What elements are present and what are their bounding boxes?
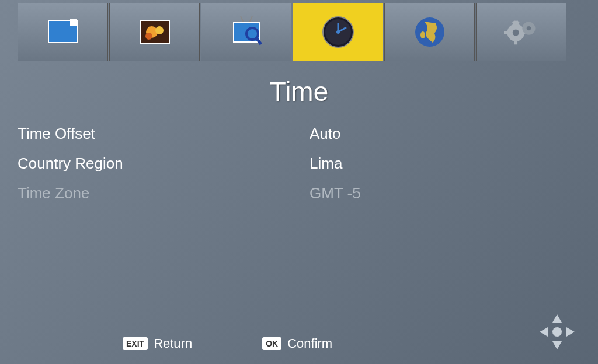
hint-return-label: Return <box>154 336 192 351</box>
hint-confirm: OK Confirm <box>262 336 332 351</box>
setting-value: Lima <box>310 155 580 173</box>
settings-list: Time Offset Auto Country Region Lima Tim… <box>0 107 598 202</box>
nav-item-settings[interactable] <box>476 3 566 61</box>
picture-icon <box>46 15 81 50</box>
exit-key-badge: EXIT <box>123 337 148 350</box>
setting-row-country-region[interactable]: Country Region Lima <box>18 155 580 173</box>
tv-search-icon <box>229 15 264 50</box>
nav-item-media[interactable] <box>109 3 200 61</box>
svg-point-4 <box>155 26 164 34</box>
hint-confirm-label: Confirm <box>287 336 332 351</box>
clock-icon <box>321 15 356 50</box>
svg-line-6 <box>241 16 244 22</box>
setting-value: GMT -5 <box>310 184 580 202</box>
setting-row-time-zone: Time Zone GMT -5 <box>18 184 580 202</box>
ok-key-badge: OK <box>262 337 281 350</box>
svg-point-15 <box>336 30 340 34</box>
bottom-bar: EXIT Return OK Confirm <box>0 329 598 358</box>
svg-point-19 <box>512 29 519 36</box>
svg-line-7 <box>249 16 252 22</box>
setting-label: Country Region <box>18 155 310 173</box>
setting-value: Auto <box>310 125 580 143</box>
nav-item-picture[interactable] <box>18 3 108 61</box>
svg-rect-21 <box>514 40 517 44</box>
setting-label: Time Zone <box>18 184 310 202</box>
top-nav <box>0 0 598 64</box>
dpad-icon <box>540 314 575 349</box>
setting-row-time-offset[interactable]: Time Offset Auto <box>18 125 580 143</box>
nav-item-search[interactable] <box>201 3 291 61</box>
hint-return: EXIT Return <box>123 336 192 351</box>
svg-rect-22 <box>504 31 508 34</box>
svg-line-10 <box>256 38 261 44</box>
svg-point-27 <box>526 26 530 30</box>
svg-point-17 <box>420 32 425 38</box>
bokeh-icon <box>137 15 172 50</box>
page-title: Time <box>0 76 598 107</box>
svg-point-5 <box>145 33 152 40</box>
globe-icon <box>412 15 447 50</box>
gear-icon <box>504 15 539 50</box>
nav-item-time[interactable] <box>293 3 383 61</box>
nav-item-region[interactable] <box>384 3 475 61</box>
svg-rect-1 <box>70 19 77 26</box>
setting-label: Time Offset <box>18 125 310 143</box>
